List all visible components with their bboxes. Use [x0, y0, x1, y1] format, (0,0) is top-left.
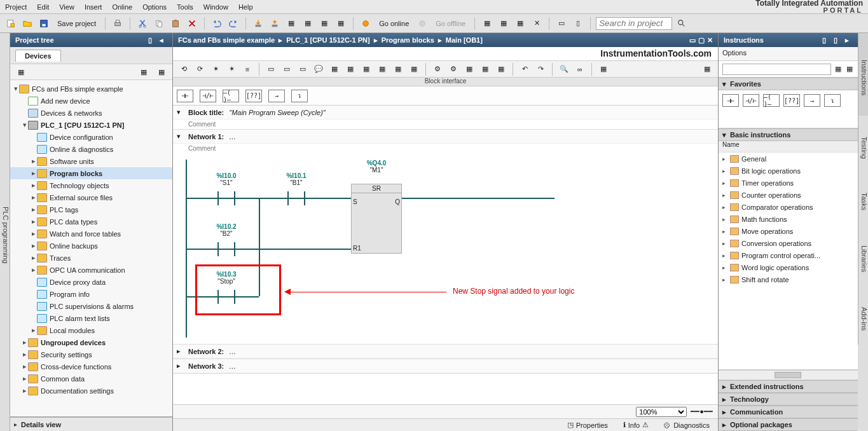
tree-item[interactable]: Device configuration: [10, 131, 172, 143]
tree-item[interactable]: Online & diagnostics: [10, 143, 172, 155]
window-max-icon[interactable]: ▢: [698, 36, 705, 44]
ed-icon[interactable]: ⟲: [177, 62, 191, 76]
split-h-icon[interactable]: ▭: [555, 17, 568, 31]
contact-b1[interactable]: [287, 191, 305, 205]
ed-icon[interactable]: 💬: [312, 62, 326, 76]
fav-contact-no-icon[interactable]: ⊣⊢: [722, 94, 739, 107]
tree-item[interactable]: PLC supervisions & alarms: [10, 300, 172, 312]
instruction-category[interactable]: ▸Move operations: [719, 225, 858, 237]
ed-icon[interactable]: ▦: [462, 62, 476, 76]
ed-icon[interactable]: ⟳: [193, 62, 207, 76]
tree-item[interactable]: Add new device: [10, 95, 172, 107]
sr-flipflop[interactable]: SR S Q R1: [351, 184, 402, 254]
ed-icon[interactable]: ▦: [343, 62, 357, 76]
tab-info[interactable]: ℹ Info ⚠: [619, 420, 653, 431]
h-scrollbar[interactable]: [719, 370, 858, 380]
search-icon[interactable]: [675, 17, 689, 31]
ed-icon[interactable]: ▭: [280, 62, 294, 76]
side-tab-addins[interactable]: Add-ins: [858, 287, 868, 345]
tree-item[interactable]: ▸Online backups: [10, 240, 172, 252]
network-1-header[interactable]: ▾ Network 1: …: [173, 130, 718, 144]
close-x-icon[interactable]: ✕: [530, 17, 544, 31]
dock-icon[interactable]: ▯: [834, 36, 841, 44]
search-input[interactable]: [596, 17, 672, 30]
instruction-category[interactable]: ▸Shift and rotate: [719, 273, 858, 285]
compile-icon[interactable]: ▦: [284, 17, 298, 31]
delete-icon[interactable]: [185, 17, 199, 31]
go-online-icon[interactable]: [359, 17, 373, 31]
tree-view-b-icon[interactable]: ▦: [155, 65, 169, 79]
ed-icon[interactable]: ▦: [327, 62, 341, 76]
menu-insert[interactable]: Insert: [85, 3, 102, 11]
chevron-down-icon[interactable]: ▾: [177, 132, 183, 140]
fav-branch2-icon[interactable]: ↴: [824, 94, 841, 107]
project-tree[interactable]: ▾FCs and FBs simple exampleAdd new devic…: [10, 80, 172, 417]
instruction-category[interactable]: ▸Timer operations: [719, 177, 858, 189]
branch-close-icon[interactable]: ↴: [291, 90, 308, 102]
pin-icon[interactable]: ▯: [822, 36, 830, 44]
tree-item[interactable]: ▸OPC UA communication: [10, 264, 172, 276]
window-close-icon[interactable]: ✕: [707, 36, 713, 44]
communication-header[interactable]: ▸Communication: [719, 406, 858, 418]
window-restore-icon[interactable]: ▭: [689, 36, 696, 44]
ed-icon[interactable]: ▦: [375, 62, 389, 76]
side-tab-libraries[interactable]: Libraries: [858, 224, 868, 287]
go-offline-icon[interactable]: [415, 17, 429, 31]
tree-item[interactable]: ▾PLC_1 [CPU 1512C-1 PN]: [10, 119, 172, 131]
contact-b2[interactable]: [217, 242, 235, 256]
ed-icon[interactable]: ⚙: [446, 62, 460, 76]
instruction-category[interactable]: ▸Math functions: [719, 213, 858, 225]
instruction-search-input[interactable]: [722, 64, 831, 75]
ed-icon[interactable]: ✶: [224, 62, 238, 76]
code-area[interactable]: ▾ Block title: "Main Program Sweep (Cycl…: [173, 106, 718, 404]
fav-coil-icon[interactable]: –( )–: [763, 94, 780, 107]
tree-item[interactable]: PLC alarm text lists: [10, 312, 172, 324]
tree-item[interactable]: ▾FCs and FBs simple example: [10, 83, 172, 95]
block-interface-bar[interactable]: Block interface: [173, 78, 718, 86]
redo-icon[interactable]: [226, 17, 240, 31]
tree-item[interactable]: Program info: [10, 288, 172, 300]
print-icon[interactable]: [111, 17, 125, 31]
block-title-row[interactable]: ▾ Block title: "Main Program Sweep (Cycl…: [173, 106, 718, 120]
network-3-header[interactable]: ▸ Network 3:…: [173, 359, 718, 373]
ed-icon[interactable]: ▭: [264, 62, 278, 76]
basic-instructions-header[interactable]: ▾Basic instructions: [719, 128, 858, 141]
tree-item[interactable]: ▸External source files: [10, 191, 172, 203]
fav-box-icon[interactable]: [??]: [783, 94, 800, 107]
tree-item[interactable]: ▸Technology objects: [10, 179, 172, 191]
ed-icon[interactable]: ▭: [296, 62, 310, 76]
collapse-icon[interactable]: ◂: [160, 36, 167, 44]
contact-s1[interactable]: [217, 191, 235, 205]
side-tab-tasks[interactable]: Tasks: [858, 173, 868, 224]
box-icon[interactable]: [??]: [245, 90, 262, 102]
chevron-down-icon[interactable]: ▾: [177, 108, 183, 116]
optional-packages-header[interactable]: ▸Optional packages: [719, 418, 858, 431]
tab-devices[interactable]: Devices: [15, 50, 61, 62]
tree-item[interactable]: Device proxy data: [10, 276, 172, 288]
zoom-select[interactable]: 100%: [636, 407, 687, 417]
copy-icon[interactable]: [152, 17, 166, 31]
network-comment[interactable]: Comment: [173, 144, 718, 153]
category-list[interactable]: ▸General▸Bit logic operations▸Timer oper…: [719, 153, 858, 370]
ed-icon[interactable]: ▦: [494, 62, 508, 76]
tree-item[interactable]: ▸Documentation settings: [10, 385, 172, 397]
tb-icon-b[interactable]: ▦: [317, 17, 331, 31]
tree-item[interactable]: Devices & networks: [10, 107, 172, 119]
extended-instructions-header[interactable]: ▸Extended instructions: [719, 380, 858, 393]
instruction-category[interactable]: ▸General: [719, 153, 858, 165]
chevron-right-icon[interactable]: ▸: [177, 347, 183, 355]
branch-open-icon[interactable]: →: [268, 90, 285, 102]
menu-project[interactable]: Project: [5, 3, 27, 11]
side-tab-plc-programming[interactable]: PLC programming: [0, 33, 10, 431]
instruction-category[interactable]: ▸Word logic operations: [719, 261, 858, 273]
go-online-button[interactable]: Go online: [375, 17, 413, 31]
details-view-bar[interactable]: ▸ Details view: [10, 417, 172, 431]
split-v-icon[interactable]: ▯: [571, 17, 585, 31]
menu-options[interactable]: Options: [142, 3, 167, 11]
ed-icon[interactable]: ⚙: [431, 62, 444, 76]
network-2-header[interactable]: ▸ Network 2:…: [173, 345, 718, 359]
tree-item[interactable]: ▸Common data: [10, 373, 172, 385]
instruction-category[interactable]: ▸Conversion operations: [719, 237, 858, 249]
tree-item[interactable]: ▸Software units: [10, 155, 172, 167]
ed-icon[interactable]: ↷: [534, 62, 548, 76]
